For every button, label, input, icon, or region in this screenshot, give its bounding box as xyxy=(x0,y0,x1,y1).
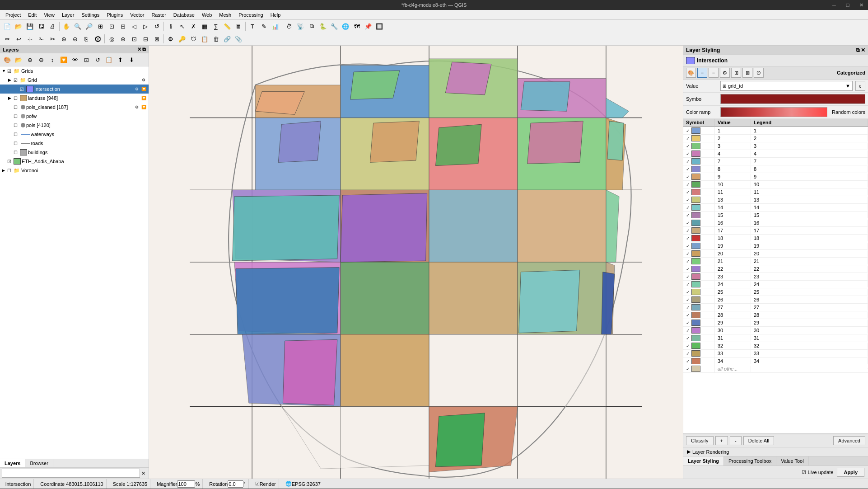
zoom-full-btn[interactable]: ⊞ xyxy=(95,21,106,32)
zoom-in-btn[interactable]: 🔍 xyxy=(72,21,83,32)
menu-help[interactable]: Help xyxy=(267,10,285,20)
row-check-21[interactable]: ✓ xyxy=(686,290,690,295)
deselect-btn[interactable]: ✗ xyxy=(188,21,199,32)
color-box-20[interactable] xyxy=(691,281,700,287)
color-box-13[interactable] xyxy=(691,227,700,234)
color-box-19[interactable] xyxy=(691,273,700,280)
style-color-btn[interactable]: 🎨 xyxy=(686,68,696,78)
open-project-btn[interactable]: 📂 xyxy=(13,21,24,32)
layer-item-buildings[interactable]: ☐ buildings xyxy=(0,148,149,157)
adv6-btn[interactable]: 🔗 xyxy=(222,33,233,44)
color-box-1[interactable] xyxy=(691,135,700,141)
layer-intersection-opts-btn[interactable]: ⚙ xyxy=(134,86,140,92)
zoom-prev-btn[interactable]: ◁ xyxy=(129,21,140,32)
layers-tb2[interactable]: ⊕ xyxy=(24,54,35,65)
color-ramp-swatch[interactable] xyxy=(720,107,827,117)
paste-btn[interactable]: ⏼ xyxy=(92,33,103,44)
color-box-3[interactable] xyxy=(691,150,700,157)
row-check-17[interactable]: ✓ xyxy=(686,259,690,264)
color-box-26[interactable] xyxy=(691,327,700,334)
classify-btn[interactable]: Classify xyxy=(686,436,714,445)
plugin4-btn[interactable]: 🗺 xyxy=(351,21,362,32)
layer-item-roads[interactable]: ☐ roads xyxy=(0,139,149,148)
python-btn[interactable]: 🐍 xyxy=(317,21,328,32)
checkbox-intersection[interactable]: ☑ xyxy=(20,87,26,92)
layer-item-pois-cleaned[interactable]: ☐ pois_cleaned [187] ⚙ 🔽 xyxy=(0,103,149,112)
layers-close-btn[interactable]: ✕ xyxy=(137,47,141,52)
calculator-btn[interactable]: 🖩 xyxy=(233,21,244,32)
layer-item-eth[interactable]: ☑ ETH_Addis_Ababa xyxy=(0,157,149,166)
layer-item-grid-folder[interactable]: ▶ ☑ 📁 Grid ⚙ xyxy=(0,75,149,85)
plugin6-btn[interactable]: 🔲 xyxy=(374,21,385,32)
color-box-11[interactable] xyxy=(691,212,700,218)
checkbox-pofw[interactable]: ☐ xyxy=(14,114,20,119)
close-btn[interactable]: ✕ xyxy=(854,0,868,10)
search-clear-btn[interactable]: ✕ xyxy=(140,470,147,476)
br-tab-processing[interactable]: Processing Toolbox xyxy=(724,456,776,465)
menu-raster[interactable]: Raster xyxy=(148,10,169,20)
color-box-2[interactable] xyxy=(691,143,700,149)
row-check-13[interactable]: ✓ xyxy=(686,228,690,233)
adv7-btn[interactable]: 📎 xyxy=(233,33,244,44)
adv2-btn[interactable]: 🔑 xyxy=(177,33,187,44)
color-box-21[interactable] xyxy=(691,289,700,295)
color-box-6[interactable] xyxy=(691,174,700,180)
row-check-22[interactable]: ✓ xyxy=(686,297,690,302)
row-check-27[interactable]: ✓ xyxy=(686,336,690,341)
layers-tb10[interactable]: ⬆ xyxy=(115,54,126,65)
color-box-25[interactable] xyxy=(691,320,700,326)
color-box-28[interactable] xyxy=(691,343,700,349)
color-box-27[interactable] xyxy=(691,335,700,341)
statistics-btn[interactable]: ∑ xyxy=(210,21,221,32)
row-check-2[interactable]: ✓ xyxy=(686,144,690,149)
edit2-btn[interactable]: ⊹ xyxy=(24,33,35,44)
layers-tb7[interactable]: ⊡ xyxy=(81,54,92,65)
checkbox-landuse[interactable]: ☐ xyxy=(14,96,20,101)
row-check-18[interactable]: ✓ xyxy=(686,267,690,272)
br-tab-layer-styling[interactable]: Layer Styling xyxy=(683,456,724,465)
row-check-5[interactable]: ✓ xyxy=(686,167,690,172)
color-box-17[interactable] xyxy=(691,258,700,264)
row-check-25[interactable]: ✓ xyxy=(686,320,690,325)
color-box-0[interactable] xyxy=(691,127,700,134)
edit6-btn[interactable]: ⊖ xyxy=(70,33,80,44)
menu-view[interactable]: View xyxy=(40,10,58,20)
edit-toggle-btn[interactable]: ✏ xyxy=(2,33,13,44)
color-box-15[interactable] xyxy=(691,243,700,249)
layers-tb11[interactable]: ⬇ xyxy=(126,54,137,65)
color-box-18[interactable] xyxy=(691,266,700,272)
time-btn[interactable]: ⏱ xyxy=(284,21,294,32)
color-box-10[interactable] xyxy=(691,204,700,211)
add-class-btn[interactable]: + xyxy=(715,436,728,445)
snap5-btn[interactable]: ⊠ xyxy=(151,33,162,44)
advanced-btn[interactable]: Advanced xyxy=(833,436,865,445)
layer-intersection-filter-btn[interactable]: 🔽 xyxy=(140,86,147,92)
zoom-layer-btn[interactable]: ⊟ xyxy=(117,21,128,32)
maximize-btn[interactable]: □ xyxy=(841,0,854,10)
color-box-23[interactable] xyxy=(691,304,700,310)
snap3-btn[interactable]: ⊡ xyxy=(129,33,140,44)
menu-mesh[interactable]: Mesh xyxy=(215,10,235,20)
snap1-btn[interactable]: ◎ xyxy=(106,33,117,44)
edit5-btn[interactable]: ⊕ xyxy=(58,33,69,44)
layers-tb8[interactable]: ↺ xyxy=(92,54,103,65)
menu-settings[interactable]: Settings xyxy=(78,10,103,20)
menu-vector[interactable]: Vector xyxy=(126,10,148,20)
adv5-btn[interactable]: 🗑 xyxy=(210,33,221,44)
layer-pois-opts-btn[interactable]: ⚙ xyxy=(134,104,140,110)
layers-tb4[interactable]: ↕ xyxy=(47,54,58,65)
menu-plugins[interactable]: Plugins xyxy=(103,10,126,20)
checkbox-pois[interactable]: ☐ xyxy=(14,123,20,128)
search-input[interactable]: intersection xyxy=(2,469,140,478)
row-check-29[interactable]: ✓ xyxy=(686,351,690,356)
color-box-30[interactable] xyxy=(691,358,700,364)
row-check-4[interactable]: ✓ xyxy=(686,159,690,164)
layer-styling-close-btn[interactable]: ✕ xyxy=(861,47,865,53)
annotate-btn[interactable]: ✎ xyxy=(258,21,269,32)
style-merge-btn[interactable]: ⊞ xyxy=(731,68,741,78)
row-check-28[interactable]: ✓ xyxy=(686,343,690,348)
layer-grid-opts-btn[interactable]: ⚙ xyxy=(140,77,147,83)
print-btn[interactable]: 🖨 xyxy=(47,21,58,32)
copy-btn[interactable]: ⎘ xyxy=(81,33,92,44)
plugin5-btn[interactable]: 📌 xyxy=(363,21,373,32)
